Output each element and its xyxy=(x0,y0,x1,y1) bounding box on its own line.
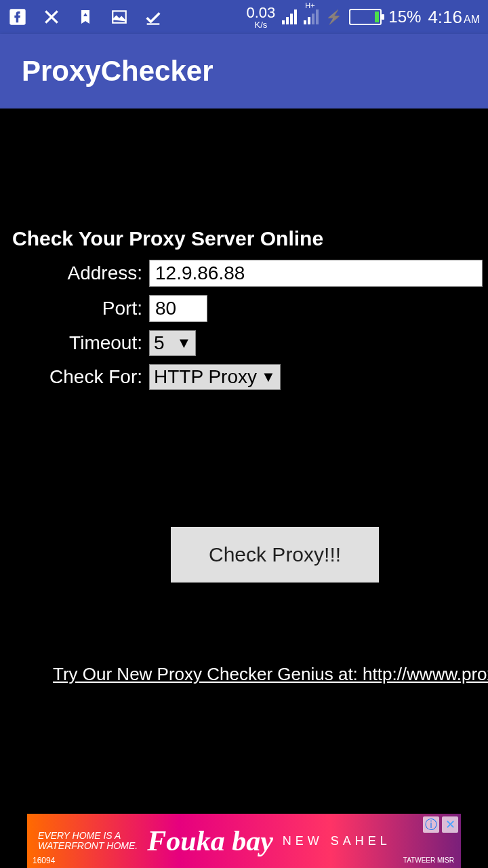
charging-icon: ⚡ xyxy=(325,9,342,25)
chevron-down-icon: ▼ xyxy=(261,368,276,386)
label-port: Port: xyxy=(0,298,149,319)
label-address: Address: xyxy=(0,262,149,284)
net-speed-value: 0.03 xyxy=(247,4,276,21)
ad-location: NEW SAHEL xyxy=(283,834,391,848)
checkfor-select[interactable]: HTTP Proxy ▼ xyxy=(149,364,281,390)
status-notification-icons xyxy=(8,7,163,26)
promo-link[interactable]: Try Our New Proxy Checker Genius at: htt… xyxy=(0,664,488,685)
checkfor-value: HTTP Proxy xyxy=(154,366,257,388)
chevron-down-icon: ▼ xyxy=(177,334,192,352)
network-speed: 0.03 K/s xyxy=(247,5,276,29)
check-proxy-button[interactable]: Check Proxy!!! xyxy=(171,527,379,583)
label-checkfor: Check For: xyxy=(0,366,149,388)
close-icon xyxy=(42,7,61,26)
address-input[interactable] xyxy=(149,260,483,287)
timeout-select[interactable]: 5 ▼ xyxy=(149,330,196,356)
checkmark-icon xyxy=(144,7,163,26)
ad-banner[interactable]: EVERY HOME IS A WATERFRONT HOME. Fouka b… xyxy=(27,814,461,868)
battery-percent: 15% xyxy=(388,7,421,26)
ad-close-icon[interactable]: ✕ xyxy=(442,816,458,833)
row-address: Address: xyxy=(0,260,488,287)
time-value: 4:16 xyxy=(428,7,462,27)
app-bar: ProxyChecker xyxy=(0,34,488,108)
battery-icon xyxy=(349,9,382,25)
ad-line1: EVERY HOME IS A xyxy=(38,831,138,841)
ad-controls: ⓘ ✕ xyxy=(423,816,458,833)
ad-tagline: EVERY HOME IS A WATERFRONT HOME. xyxy=(38,831,138,852)
page-heading: Check Your Proxy Server Online xyxy=(0,227,488,260)
main-content: Check Your Proxy Server Online Address: … xyxy=(0,108,488,868)
image-icon xyxy=(110,7,129,26)
time-ampm: AM xyxy=(464,14,480,25)
signal-icon xyxy=(282,9,297,24)
row-checkfor: Check For: HTTP Proxy ▼ xyxy=(0,364,488,390)
ad-brand-script: Fouka bay xyxy=(147,825,273,857)
label-timeout: Timeout: xyxy=(0,332,149,354)
warning-icon xyxy=(76,7,95,26)
ad-company: TATWEER MISR xyxy=(403,856,454,864)
clock: 4:16AM xyxy=(428,7,480,28)
ad-number: 16094 xyxy=(33,856,55,865)
row-port: Port: xyxy=(0,295,488,322)
row-timeout: Timeout: 5 ▼ xyxy=(0,330,488,356)
hplus-signal-icon: H+ xyxy=(304,9,319,24)
app-title: ProxyChecker xyxy=(22,55,214,87)
ad-info-icon[interactable]: ⓘ xyxy=(423,816,439,833)
status-bar: 0.03 K/s H+ ⚡ 15% 4:16AM xyxy=(0,0,488,34)
net-speed-unit: K/s xyxy=(247,20,276,29)
facebook-icon xyxy=(8,7,27,26)
status-right: 0.03 K/s H+ ⚡ 15% 4:16AM xyxy=(247,5,480,29)
ad-line2: WATERFRONT HOME. xyxy=(38,841,138,851)
port-input[interactable] xyxy=(149,295,207,322)
timeout-value: 5 xyxy=(154,332,165,354)
